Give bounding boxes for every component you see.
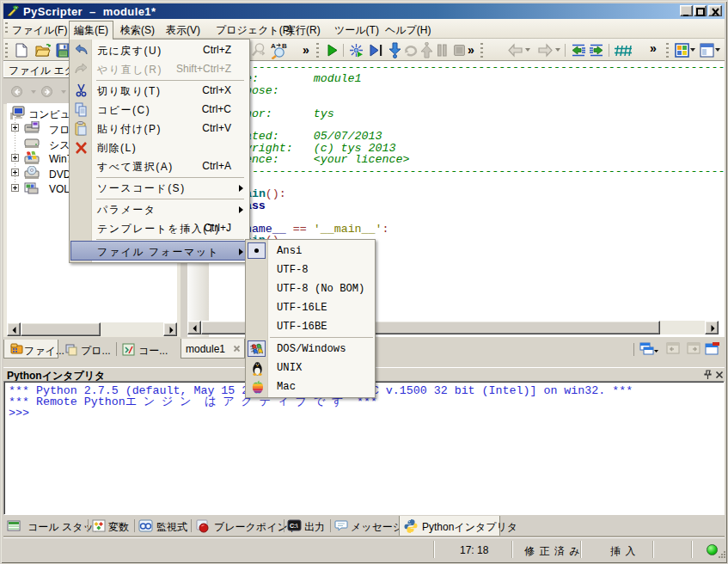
svg-text:B: B [282, 42, 287, 50]
svg-text:C:\: C:\ [290, 523, 297, 529]
svg-text:A: A [271, 42, 276, 50]
